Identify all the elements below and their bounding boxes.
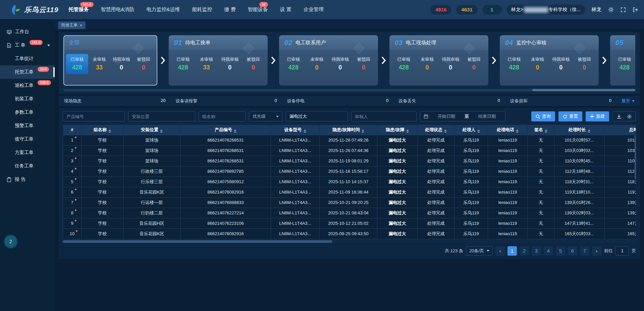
close-icon[interactable]: ×: [80, 23, 82, 28]
table-vertical-scrollbar[interactable]: [635, 136, 636, 179]
stat-tab-被驳回[interactable]: 被驳回0: [132, 54, 155, 74]
page-button-4[interactable]: 4: [544, 246, 553, 256]
page-button-2[interactable]: 2: [520, 246, 529, 256]
stat-tab-未审核[interactable]: 未审核33: [195, 54, 218, 74]
prev-page-button[interactable]: ‹: [495, 246, 505, 256]
page-button-6[interactable]: 6: [568, 246, 577, 256]
stat-tab-已审核[interactable]: 已审核428: [502, 54, 526, 74]
column-header-隐患/故障时间[interactable]: 隐患/故障时间: [320, 125, 377, 135]
column-header-安装位置[interactable]: 安装位置: [123, 125, 180, 135]
column-header-总时长[interactable]: 总时长: [604, 125, 636, 135]
table-row[interactable]: 10学校音乐花园K区866214076082916LN6M-L1T4A3...2…: [63, 228, 636, 239]
column-header-处理时长[interactable]: 处理时长: [554, 125, 604, 135]
sidebar-item-值守工单[interactable]: 值守工单: [0, 133, 55, 146]
column-header-处理电话[interactable]: 处理电话: [488, 125, 528, 135]
priority-select[interactable]: 优先级: [249, 111, 282, 121]
message-bubble[interactable]: 2: [4, 235, 17, 248]
cards-scrollbar-thumb[interactable]: [532, 89, 635, 91]
workflow-card-01[interactable]: 01待电工接单已审核428未审核33待我审核0被驳回0: [169, 35, 268, 86]
page-button-1[interactable]: 1: [507, 246, 517, 256]
top-nav-item[interactable]: 企业管理: [304, 6, 324, 13]
column-header-处理人[interactable]: 处理人: [454, 125, 488, 135]
install-location-input[interactable]: [128, 111, 195, 121]
top-nav-item[interactable]: 智慧用电&消防: [101, 6, 134, 13]
workflow-card-all[interactable]: 全部已审核428未审核33待我审核0被驳回0: [63, 35, 157, 86]
stat-tab-待我审核[interactable]: 待我审核0: [110, 54, 132, 74]
page-button-7[interactable]: 7: [580, 246, 589, 256]
account-selector[interactable]: 林龙>████████专科学校（徐...: [506, 5, 585, 15]
sidebar-item-任务工单[interactable]: 任务工单: [0, 159, 55, 173]
stat-tab-被驳回[interactable]: 被驳回0: [462, 54, 486, 74]
stat-tab-已审核[interactable]: 已审核428: [392, 54, 416, 74]
table-row[interactable]: 9学校音乐花园H区866214076223106LN6M-L1T4A3...20…: [63, 218, 636, 228]
alarm-counter-pill[interactable]: 4631: [456, 5, 477, 14]
table-row[interactable]: 1学校篮球场866214076268531LN6M-L1T4A3...2025-…: [63, 135, 636, 145]
sidebar-item-工单[interactable]: 工 单141-0: [0, 39, 55, 52]
stat-tab-被驳回[interactable]: 被驳回0: [573, 54, 596, 74]
next-page-button[interactable]: ›: [592, 246, 601, 256]
stat-tab-待我审核[interactable]: 待我审核0: [439, 54, 463, 74]
stat-tab-待我审核[interactable]: 待我审核0: [218, 54, 242, 74]
expand-toggle[interactable]: 展开: [622, 98, 635, 104]
alarm-counter-pill[interactable]: 4916: [430, 5, 451, 14]
group-name-input[interactable]: [199, 111, 246, 121]
table-row[interactable]: 8学校行韵楼二层866214076227214LN6M-L1T4A3...202…: [63, 208, 636, 218]
workflow-card-03[interactable]: 03电工现场处理已审核428未审核0待我审核0被驳回0: [389, 35, 488, 86]
stat-tab-已审核[interactable]: 已审核428: [282, 54, 305, 74]
column-header-签名[interactable]: 签名: [528, 125, 554, 135]
stat-tab-已审核[interactable]: 已审核428: [66, 54, 88, 74]
stat-tab-被驳回[interactable]: 被驳回0: [241, 54, 265, 74]
sidebar-item-报告[interactable]: 报 告: [0, 173, 55, 186]
cards-scrollbar[interactable]: [63, 89, 635, 91]
sidebar-item-巡检工单[interactable]: 巡检工单108-0: [0, 79, 55, 92]
top-nav-item[interactable]: 托管服务141-0: [68, 6, 89, 13]
stat-tab-已审核[interactable]: 已审核428: [613, 54, 635, 74]
table-scrollbar-thumb[interactable]: [63, 240, 332, 243]
top-nav-item[interactable]: 设 置: [280, 6, 291, 13]
top-nav-item[interactable]: 能耗监控: [192, 6, 212, 13]
sidebar-item-托管工单[interactable]: 托管工单33-0: [0, 65, 55, 79]
stat-tab-未审核[interactable]: 未审核0: [526, 54, 549, 74]
date-range-picker[interactable]: 开始日期 至 结束日期: [420, 111, 505, 121]
reviewer-input[interactable]: [351, 111, 417, 121]
stat-tab-被驳回[interactable]: 被驳回0: [352, 54, 375, 74]
sidebar-item-工单统计[interactable]: 工单统计: [0, 52, 55, 65]
issue-type-input[interactable]: [286, 111, 348, 121]
stat-tab-未审核[interactable]: 未审核33: [88, 54, 110, 74]
logout-icon[interactable]: [633, 7, 638, 12]
column-header-隐患/故障[interactable]: 隐患/故障: [377, 125, 418, 135]
page-button-5[interactable]: 5: [556, 246, 565, 256]
table-row[interactable]: 6学校音乐花园K区866214076082916LN6M-L1T4A3...20…: [63, 187, 636, 197]
stat-tab-待我审核[interactable]: 待我审核0: [549, 54, 573, 74]
stat-tab-待我审核[interactable]: 待我审核0: [329, 54, 352, 74]
stat-tab-已审核[interactable]: 已审核428: [171, 54, 195, 74]
goto-page-input[interactable]: [615, 246, 629, 256]
user-name[interactable]: 林龙: [591, 6, 601, 13]
table-row[interactable]: 4学校行政楼三层866214076892785LN6M-L1T4A3...202…: [63, 166, 636, 176]
page-button-3[interactable]: 3: [532, 246, 541, 256]
sidebar-item-参数工单[interactable]: 参数工单: [0, 106, 55, 119]
column-header-组名称[interactable]: 组名称: [82, 125, 123, 135]
stat-tab-未审核[interactable]: 未审核0: [305, 54, 329, 74]
top-nav-item[interactable]: 智能设备34: [248, 6, 268, 13]
fullscreen-icon[interactable]: [621, 7, 626, 12]
column-header-处理状态[interactable]: 处理状态: [418, 125, 454, 135]
table-row[interactable]: 2学校篮球场866214076268531LN6M-L1T4A3...2025-…: [63, 145, 636, 156]
table-horizontal-scrollbar[interactable]: [63, 240, 636, 243]
product-no-input[interactable]: [63, 111, 125, 121]
table-row[interactable]: 5学校行乐楼三层866214075980912LN6M-L1T4A3...202…: [63, 176, 636, 187]
stat-tab-未审核[interactable]: 未审核0: [416, 54, 439, 74]
download-icon[interactable]: [616, 114, 622, 119]
gear-icon[interactable]: [627, 114, 632, 119]
top-nav-item[interactable]: 电力监控&运维: [147, 6, 180, 13]
workflow-card-05[interactable]: 05已审核428未审核0待我审核0被驳回0: [610, 35, 635, 86]
column-header-设备型号[interactable]: 设备型号: [271, 125, 320, 135]
table-row[interactable]: 7学校行远楼一层866214076888833LN6M-L1T4A3...202…: [63, 197, 636, 208]
column-header-#[interactable]: #: [63, 125, 82, 135]
reset-button[interactable]: 重置: [558, 111, 582, 121]
workflow-card-02[interactable]: 02电工联系用户已审核428未审核0待我审核0被驳回0: [279, 35, 378, 86]
alarm-counter-pill[interactable]: 1: [482, 5, 502, 14]
sidebar-item-预警工单[interactable]: 预警工单: [0, 119, 55, 133]
sidebar-item-工作台[interactable]: 工作台: [0, 25, 55, 39]
create-button[interactable]: 新建: [586, 111, 609, 121]
